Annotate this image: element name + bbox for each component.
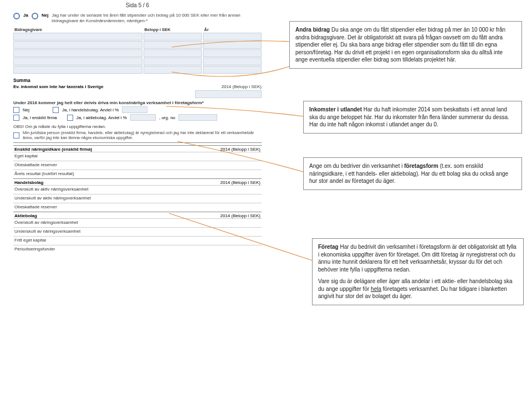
callout-andra-bidrag: Andra bidrag Du ska ange om du fått stip… bbox=[289, 21, 522, 69]
callout-foretag: Företag Har du bedrivit din verksamhet i… bbox=[312, 238, 524, 305]
callout-inkomster: Inkomster i utlandet Har du haft inkomst… bbox=[303, 101, 522, 134]
callout-inkomster-bold: Inkomster i utlandet bbox=[309, 106, 362, 112]
callout-ange-bold: företagsform bbox=[404, 163, 438, 169]
callout-foretag-p2u: hela bbox=[371, 286, 381, 292]
callout-andra-bidrag-bold: Andra bidrag bbox=[295, 27, 330, 33]
callout-ange-pre: Ange om du bedriver din verksamhet i bbox=[309, 163, 404, 169]
callout-foretagsform: Ange om du bedriver din verksamhet i för… bbox=[303, 157, 522, 190]
callout-foretag-p1: Har du bedrivit din verksamhet i företag… bbox=[318, 244, 516, 273]
callout-foretag-bold: Företag bbox=[318, 244, 339, 250]
